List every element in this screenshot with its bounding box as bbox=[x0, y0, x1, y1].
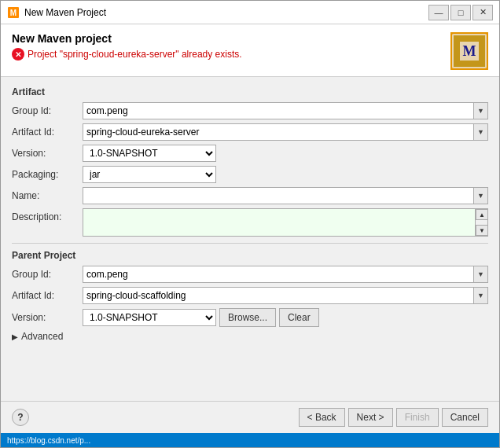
wizard-title: New Maven project bbox=[12, 32, 443, 45]
window-title: New Maven Project bbox=[24, 7, 428, 18]
parent-artifact-id-input[interactable] bbox=[83, 288, 473, 303]
parent-version-select[interactable]: 1.0-SNAPSHOT1.02.0-SNAPSHOT bbox=[83, 309, 216, 326]
advanced-arrow-icon: ▶ bbox=[12, 332, 18, 341]
parent-version-control: 1.0-SNAPSHOT1.02.0-SNAPSHOT Browse... Cl… bbox=[83, 308, 488, 327]
advanced-section[interactable]: ▶ Advanced bbox=[12, 331, 488, 342]
footer-buttons: < Back Next > Finish Cancel bbox=[29, 408, 488, 427]
parent-artifact-id-label: Artifact Id: bbox=[12, 290, 83, 301]
parent-artifact-id-control: ▼ bbox=[83, 287, 488, 304]
parent-group-id-label: Group Id: bbox=[12, 269, 83, 280]
artifact-version-row: Version: 1.0-SNAPSHOT1.02.0-SNAPSHOT bbox=[12, 145, 488, 162]
advanced-label: Advanced bbox=[21, 331, 63, 342]
parent-artifact-id-combo[interactable]: ▼ bbox=[83, 287, 488, 304]
restore-button[interactable]: □ bbox=[450, 5, 471, 20]
description-area[interactable]: ▲ ▼ bbox=[83, 208, 488, 237]
description-control: ▲ ▼ bbox=[83, 208, 488, 237]
artifact-id-dropdown-btn[interactable]: ▼ bbox=[473, 124, 487, 140]
parent-artifact-id-row: Artifact Id: ▼ bbox=[12, 287, 488, 304]
status-text: https://blog.csdn.net/p... bbox=[7, 436, 90, 445]
group-id-label: Group Id: bbox=[12, 105, 83, 116]
version-label: Version: bbox=[12, 148, 83, 159]
packaging-select[interactable]: jarwarpomear bbox=[83, 166, 216, 183]
parent-group-id-control: ▼ bbox=[83, 266, 488, 283]
group-id-row: Group Id: ▼ bbox=[12, 102, 488, 119]
svg-text:M: M bbox=[463, 43, 476, 59]
close-button[interactable]: ✕ bbox=[472, 5, 493, 20]
group-id-input[interactable] bbox=[83, 103, 473, 119]
window-controls: — □ ✕ bbox=[428, 5, 493, 20]
artifact-id-row: Artifact Id: ▼ bbox=[12, 123, 488, 141]
parent-group-id-dropdown-btn[interactable]: ▼ bbox=[473, 266, 487, 282]
name-dropdown-btn[interactable]: ▼ bbox=[473, 188, 487, 204]
cancel-button[interactable]: Cancel bbox=[442, 408, 488, 427]
main-content: Artifact Group Id: ▼ Artifact Id: ▼ bbox=[1, 77, 499, 401]
version-select[interactable]: 1.0-SNAPSHOT1.02.0-SNAPSHOT bbox=[83, 145, 216, 162]
group-id-dropdown-btn[interactable]: ▼ bbox=[473, 103, 487, 119]
description-label: Description: bbox=[12, 208, 83, 222]
artifact-section-header: Artifact bbox=[12, 86, 488, 97]
help-button[interactable]: ? bbox=[12, 409, 29, 426]
description-scrollbar: ▲ ▼ bbox=[475, 209, 487, 236]
artifact-id-control: ▼ bbox=[83, 123, 488, 141]
name-row: Name: ▼ bbox=[12, 187, 488, 204]
version-control: 1.0-SNAPSHOT1.02.0-SNAPSHOT bbox=[83, 145, 488, 162]
browse-button[interactable]: Browse... bbox=[219, 308, 276, 327]
name-input-combo[interactable]: ▼ bbox=[83, 187, 488, 204]
window-icon: M bbox=[7, 6, 20, 19]
packaging-label: Packaging: bbox=[12, 169, 83, 180]
header-left: New Maven project ✕ Project "spring-clou… bbox=[12, 32, 443, 61]
parent-artifact-id-dropdown-btn[interactable]: ▼ bbox=[473, 288, 487, 303]
error-row: ✕ Project "spring-cloud-eureka-server" a… bbox=[12, 48, 443, 61]
clear-button[interactable]: Clear bbox=[279, 308, 319, 327]
description-textarea[interactable] bbox=[83, 209, 487, 236]
next-button[interactable]: Next > bbox=[348, 408, 393, 427]
minimize-button[interactable]: — bbox=[428, 5, 449, 20]
error-message: Project "spring-cloud-eureka-server" alr… bbox=[28, 49, 242, 60]
group-id-input-combo[interactable]: ▼ bbox=[83, 102, 488, 119]
error-icon: ✕ bbox=[12, 48, 24, 61]
packaging-row: Packaging: jarwarpomear bbox=[12, 166, 488, 183]
name-input[interactable] bbox=[83, 188, 473, 204]
parent-version-row: Version: 1.0-SNAPSHOT1.02.0-SNAPSHOT Bro… bbox=[12, 308, 488, 327]
footer: ? < Back Next > Finish Cancel bbox=[1, 401, 499, 433]
scroll-down-btn[interactable]: ▼ bbox=[476, 225, 488, 236]
name-label: Name: bbox=[12, 190, 83, 201]
parent-version-label: Version: bbox=[12, 312, 83, 323]
status-bar: https://blog.csdn.net/p... bbox=[1, 433, 499, 447]
scroll-up-btn[interactable]: ▲ bbox=[476, 209, 488, 220]
maven-logo: M bbox=[450, 32, 488, 70]
parent-group-id-combo[interactable]: ▼ bbox=[83, 266, 488, 283]
artifact-id-input-combo[interactable]: ▼ bbox=[83, 123, 488, 141]
description-row: Description: ▲ ▼ bbox=[12, 208, 488, 237]
main-window: M New Maven Project — □ ✕ New Maven proj… bbox=[0, 0, 500, 448]
svg-rect-6 bbox=[454, 61, 485, 67]
parent-group-id-row: Group Id: ▼ bbox=[12, 266, 488, 283]
artifact-id-input[interactable] bbox=[83, 124, 473, 140]
group-id-control: ▼ bbox=[83, 102, 488, 119]
titlebar: M New Maven Project — □ ✕ bbox=[1, 1, 499, 24]
back-button[interactable]: < Back bbox=[299, 408, 345, 427]
svg-text:M: M bbox=[10, 9, 17, 17]
section-divider bbox=[12, 243, 488, 244]
packaging-control: jarwarpomear bbox=[83, 166, 488, 183]
name-control: ▼ bbox=[83, 187, 488, 204]
parent-group-id-input[interactable] bbox=[83, 266, 473, 282]
header-section: New Maven project ✕ Project "spring-clou… bbox=[1, 24, 499, 77]
artifact-id-label: Artifact Id: bbox=[12, 127, 83, 138]
parent-section-header: Parent Project bbox=[12, 250, 488, 261]
finish-button[interactable]: Finish bbox=[396, 408, 439, 427]
